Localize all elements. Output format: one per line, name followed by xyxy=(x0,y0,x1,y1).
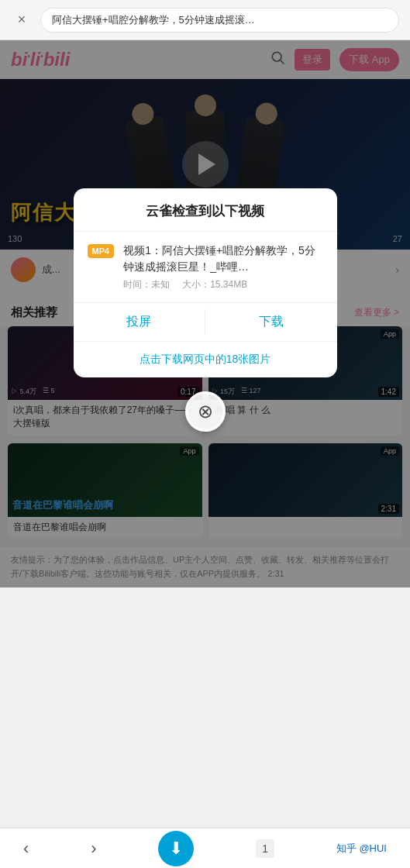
nav-bar: ‹ › ⬇ 1 知乎 @HUI xyxy=(0,828,410,868)
modal-overlay: 云雀检查到以下视频 MP4 视频1：阿信大摆锤+唱腔分解教学，5分钟速成摇滚巨星… xyxy=(0,40,410,587)
forward-button[interactable]: › xyxy=(91,839,96,859)
brand-label: 知乎 @HUI xyxy=(336,842,387,856)
video-item-info: 视频1：阿信大摆锤+唱腔分解教学，5分钟速成摇滚巨星！_哔哩… 时间：未知 大小… xyxy=(123,243,322,291)
mp4-badge: MP4 xyxy=(88,244,115,258)
cast-button[interactable]: 投屏 xyxy=(74,303,205,341)
video-item-name: 视频1：阿信大摆锤+唱腔分解教学，5分钟速成摇滚巨星！_哔哩… xyxy=(123,243,322,275)
download-icon: ⬇ xyxy=(169,839,183,859)
modal-title: 云雀检查到以下视频 xyxy=(74,188,337,231)
close-icon: ⊗ xyxy=(198,401,213,422)
modal-dialog: 云雀检查到以下视频 MP4 视频1：阿信大摆锤+唱腔分解教学，5分钟速成摇滚巨星… xyxy=(74,188,337,377)
modal-video-item: MP4 视频1：阿信大摆锤+唱腔分解教学，5分钟速成摇滚巨星！_哔哩… 时间：未… xyxy=(74,232,337,302)
modal-actions: 投屏 下载 xyxy=(74,302,337,342)
download-button[interactable]: ⬇ xyxy=(158,831,194,866)
pages-indicator: 1 xyxy=(256,839,274,858)
modal-wrapper: 云雀检查到以下视频 MP4 视频1：阿信大摆锤+唱腔分解教学，5分钟速成摇滚巨星… xyxy=(74,250,337,377)
url-bar[interactable]: 阿信大摆锤+唱腔分解教学，5分钟速成摇滚… xyxy=(40,8,399,33)
back-button[interactable]: ‹ xyxy=(23,839,29,859)
browser-bar: × 阿信大摆锤+唱腔分解教学，5分钟速成摇滚… xyxy=(0,0,410,40)
download-button[interactable]: 下载 xyxy=(205,303,337,341)
modal-close-button[interactable]: ⊗ xyxy=(185,391,226,432)
download-images-link[interactable]: 点击下载网页中的18张图片 xyxy=(74,342,337,377)
video-item-meta: 时间：未知 大小：15.34MB xyxy=(123,278,322,291)
browser-close-button[interactable]: × xyxy=(11,9,33,31)
bilibili-page: bi•li•bili 登录 下载 App 阿信大摆锤 130 xyxy=(0,40,410,587)
